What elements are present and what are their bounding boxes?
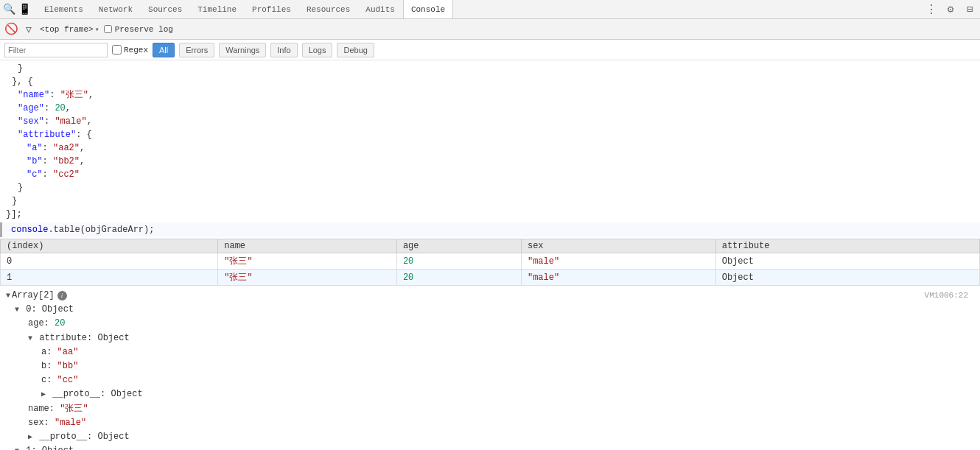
array-label: Array[2] [12, 289, 55, 303]
item0-label: 0: Object [26, 304, 74, 314]
col-header-sex: sex [521, 239, 715, 253]
tab-elements[interactable]: Elements [37, 0, 91, 18]
frame-dropdown-arrow: ▾ [95, 25, 99, 34]
cell-index-1: 1 [1, 270, 218, 286]
cell-sex-0: "male" [521, 253, 715, 270]
item0-attr-a: a: "aa" [0, 345, 980, 359]
tab-console[interactable]: Console [403, 0, 453, 18]
tab-audits[interactable]: Audits [358, 0, 403, 18]
item0-age: age: 20 [0, 317, 980, 331]
cell-attribute-0: Object [715, 253, 979, 270]
dock-icon[interactable]: ⊟ [962, 2, 977, 17]
preserve-log-text: Preserve log [115, 25, 173, 34]
item0-attr-c: c: "cc" [0, 373, 980, 387]
filter-btn-info[interactable]: Info [270, 43, 297, 57]
tab-network[interactable]: Network [91, 0, 141, 18]
cell-age-1: 20 [396, 270, 521, 286]
clear-console-icon[interactable]: 🚫 [4, 23, 18, 36]
search-icon[interactable]: 🔍 [3, 3, 15, 15]
item0-name: name: "张三" [0, 402, 980, 416]
col-header-age: age [396, 239, 521, 253]
vm-ref: VM1006:22 [925, 289, 974, 303]
devtools-tabbar: 🔍 📱 Elements Network Sources Timeline Pr… [0, 0, 980, 19]
attr0-toggle[interactable] [28, 333, 34, 343]
tab-timeline[interactable]: Timeline [190, 0, 245, 18]
cell-name-1: "张三" [218, 270, 397, 286]
regex-text: Regex [124, 46, 148, 55]
filter-btn-errors[interactable]: Errors [179, 43, 214, 57]
array-root-row: Array[2] i VM1006:22 [0, 289, 980, 303]
cell-attribute-1: Object [715, 270, 979, 286]
item0-proto[interactable]: __proto__: Object [0, 430, 980, 444]
customize-icon[interactable]: ⋮ [924, 2, 939, 17]
tab-profiles[interactable]: Profiles [245, 0, 299, 18]
console-table-wrapper: (index) name age sex attribute 0 "张三" 20… [0, 237, 980, 287]
filter-btn-warnings[interactable]: Warnings [219, 43, 266, 57]
item1-toggle[interactable] [15, 446, 21, 450]
obj-item-1: 1: Object [0, 444, 980, 450]
filter-btn-all[interactable]: All [153, 43, 175, 57]
array-info-icon[interactable]: i [57, 291, 67, 300]
item0-attr-b: b: "bb" [0, 359, 980, 373]
item1-label: 1: Object [26, 446, 74, 450]
filter-icon[interactable]: ▽ [22, 23, 35, 36]
item0-attr-proto[interactable]: __proto__: Object [0, 387, 980, 401]
code-block: } }, { "name": "张三", "age": 20, "sex": "… [0, 60, 980, 222]
object-tree: Array[2] i VM1006:22 0: Object age: 20 a… [0, 287, 980, 450]
attr0-proto-toggle[interactable] [41, 389, 47, 399]
console-command: console.table(objGradeArr); [0, 222, 980, 237]
settings-icon[interactable]: ⚙ [943, 2, 958, 17]
console-content: } }, { "name": "张三", "age": 20, "sex": "… [0, 60, 980, 450]
frame-label: <top frame> [40, 25, 94, 34]
cell-name-0: "张三" [218, 253, 397, 270]
item0-toggle[interactable] [15, 304, 21, 314]
frame-selector[interactable]: <top frame> ▾ [40, 25, 99, 34]
tab-resources[interactable]: Resources [299, 0, 358, 18]
filter-btn-debug[interactable]: Debug [337, 43, 374, 57]
table-row: 1 "张三" 20 "male" Object [1, 270, 980, 286]
tab-sources[interactable]: Sources [141, 0, 190, 18]
cell-age-0: 20 [396, 253, 521, 270]
filter-btn-logs[interactable]: Logs [302, 43, 333, 57]
item0-attribute: attribute: Object [0, 331, 980, 345]
col-header-name: name [218, 239, 397, 253]
preserve-log-label[interactable]: Preserve log [104, 25, 173, 34]
filter-bar: Regex All Errors Warnings Info Logs Debu… [0, 40, 980, 60]
console-table: (index) name age sex attribute 0 "张三" 20… [0, 239, 980, 286]
obj-item-0: 0: Object [0, 303, 980, 317]
table-row: 0 "张三" 20 "male" Object [1, 253, 980, 270]
mobile-icon[interactable]: 📱 [18, 3, 31, 15]
array-toggle[interactable] [6, 289, 12, 303]
col-header-index: (index) [1, 239, 218, 253]
cell-index-0: 0 [1, 253, 218, 270]
regex-checkbox[interactable] [112, 45, 122, 55]
preserve-log-checkbox[interactable] [104, 25, 112, 33]
filter-input[interactable] [4, 43, 108, 57]
item0-sex: sex: "male" [0, 416, 980, 430]
console-toolbar: 🚫 ▽ <top frame> ▾ Preserve log [0, 19, 980, 40]
cell-sex-1: "male" [521, 270, 715, 286]
item0-proto-toggle[interactable] [28, 432, 34, 442]
col-header-attribute: attribute [715, 239, 979, 253]
regex-label[interactable]: Regex [112, 45, 148, 55]
